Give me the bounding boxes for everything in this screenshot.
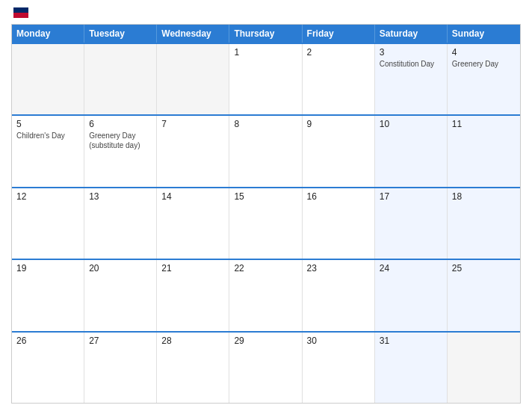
- weekday-header-monday: Monday: [12, 25, 84, 43]
- day-number: 23: [307, 263, 370, 274]
- weekday-header-sunday: Sunday: [448, 25, 520, 43]
- cal-cell: [12, 44, 84, 114]
- weekday-header-tuesday: Tuesday: [84, 25, 157, 43]
- day-number: 27: [89, 336, 152, 346]
- cal-cell: 17: [375, 188, 448, 259]
- logo-flag-icon: [13, 7, 28, 18]
- weekday-header-friday: Friday: [303, 25, 375, 43]
- day-number: 26: [16, 336, 79, 346]
- cal-cell: 6Greenery Day (substitute day): [84, 116, 157, 186]
- day-number: 4: [452, 47, 516, 58]
- cal-cell: 31: [375, 333, 448, 403]
- cal-cell: 15: [229, 188, 302, 259]
- cal-cell: 27: [84, 333, 157, 403]
- day-number: 18: [452, 191, 516, 202]
- week-row-5: 262728293031: [12, 331, 520, 403]
- week-row-1: 123Constitution Day4Greenery Day: [12, 43, 520, 114]
- cal-cell: 22: [229, 260, 302, 330]
- day-number: 21: [161, 263, 224, 274]
- cal-cell: 24: [375, 260, 448, 330]
- day-number: 14: [161, 191, 224, 202]
- day-number: 13: [89, 191, 152, 202]
- cal-cell: 28: [157, 333, 229, 403]
- cal-cell: 9: [303, 116, 375, 186]
- cal-cell: 29: [229, 333, 302, 403]
- day-number: 17: [380, 191, 442, 202]
- day-number: 28: [161, 336, 224, 346]
- day-number: 22: [234, 263, 297, 274]
- day-number: 2: [307, 47, 370, 58]
- cal-cell: 2: [303, 44, 375, 114]
- header: [11, 7, 521, 18]
- cal-cell: 26: [12, 333, 84, 403]
- cal-cell: 12: [12, 188, 84, 259]
- cal-cell: [157, 44, 229, 114]
- week-row-2: 5Children's Day6Greenery Day (substitute…: [12, 114, 520, 186]
- cal-cell: 10: [375, 116, 448, 186]
- cal-cell: 7: [157, 116, 229, 186]
- day-number: 11: [452, 119, 516, 129]
- day-number: 20: [89, 263, 152, 274]
- day-number: 8: [234, 119, 297, 129]
- calendar-grid: MondayTuesdayWednesdayThursdayFridaySatu…: [11, 24, 521, 404]
- calendar-page: MondayTuesdayWednesdayThursdayFridaySatu…: [0, 0, 532, 411]
- day-number: 10: [380, 119, 442, 129]
- cal-cell: 21: [157, 260, 229, 330]
- cal-cell: 3Constitution Day: [375, 44, 448, 114]
- day-number: 31: [380, 336, 442, 346]
- svg-rect-1: [13, 13, 28, 18]
- day-number: 16: [307, 191, 370, 202]
- day-number: 3: [380, 47, 442, 58]
- cal-cell: 18: [448, 188, 520, 259]
- cal-cell: 1: [229, 44, 302, 114]
- day-number: 24: [380, 263, 442, 274]
- week-row-4: 19202122232425: [12, 259, 520, 330]
- calendar-body: 123Constitution Day4Greenery Day5Childre…: [12, 43, 520, 403]
- cal-cell: 19: [12, 260, 84, 330]
- day-number: 6: [89, 119, 152, 129]
- day-number: 30: [307, 336, 370, 346]
- weekday-header-saturday: Saturday: [375, 25, 448, 43]
- cal-cell: 4Greenery Day: [448, 44, 520, 114]
- holiday-label: Greenery Day: [452, 60, 498, 68]
- day-number: 25: [452, 263, 516, 274]
- day-number: 7: [161, 119, 224, 129]
- weekday-header-thursday: Thursday: [229, 25, 302, 43]
- cal-cell: 13: [84, 188, 157, 259]
- day-number: 19: [16, 263, 79, 274]
- week-row-3: 12131415161718: [12, 187, 520, 259]
- cal-cell: 30: [303, 333, 375, 403]
- cal-cell: 25: [448, 260, 520, 330]
- weekday-header-wednesday: Wednesday: [157, 25, 229, 43]
- logo: [11, 7, 28, 18]
- cal-cell: 20: [84, 260, 157, 330]
- cal-cell: 16: [303, 188, 375, 259]
- holiday-label: Children's Day: [16, 132, 65, 140]
- cal-cell: 11: [448, 116, 520, 186]
- day-number: 29: [234, 336, 297, 346]
- cal-cell: [448, 333, 520, 403]
- calendar-header: MondayTuesdayWednesdayThursdayFridaySatu…: [12, 25, 520, 43]
- svg-rect-0: [13, 7, 28, 13]
- holiday-label: Constitution Day: [380, 60, 434, 68]
- cal-cell: [84, 44, 157, 114]
- cal-cell: 14: [157, 188, 229, 259]
- cal-cell: 23: [303, 260, 375, 330]
- day-number: 12: [16, 191, 79, 202]
- day-number: 15: [234, 191, 297, 202]
- day-number: 5: [16, 119, 79, 129]
- day-number: 9: [307, 119, 370, 129]
- day-number: 1: [234, 47, 297, 58]
- holiday-label: Greenery Day (substitute day): [89, 132, 140, 149]
- cal-cell: 8: [229, 116, 302, 186]
- cal-cell: 5Children's Day: [12, 116, 84, 186]
